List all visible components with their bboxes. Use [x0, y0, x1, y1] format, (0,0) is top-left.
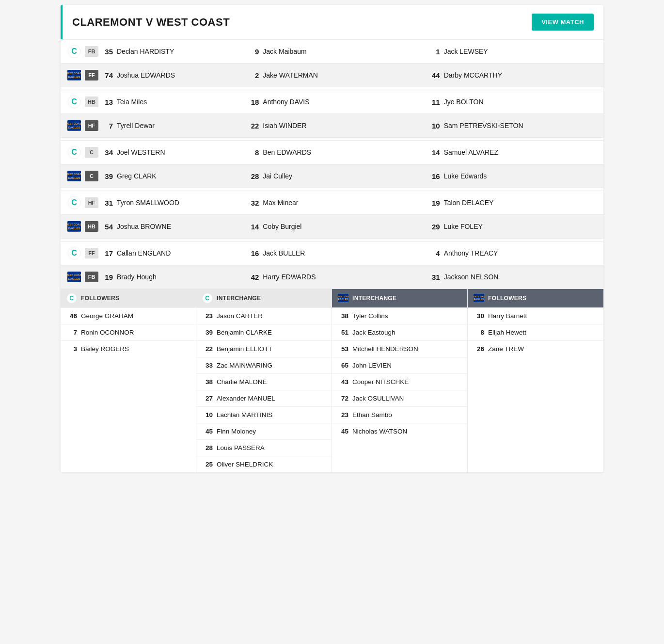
- player-number: 25: [202, 461, 213, 468]
- wce-logo: WEST COAST EAGLES: [338, 293, 348, 304]
- player-cell: WEST COAST EAGLES FF74Joshua EDWARDS: [61, 64, 241, 87]
- svg-text:C: C: [71, 249, 77, 257]
- player-number: 53: [338, 345, 348, 353]
- player-cell: 10Sam PETREVSKI-SETON: [423, 114, 603, 137]
- player-name: Benjamin CLARKE: [217, 329, 272, 336]
- svg-text:WEST COAST: WEST COAST: [67, 274, 81, 276]
- player-number: 16: [429, 172, 440, 180]
- player-number: 31: [102, 199, 113, 207]
- header: CLAREMONT V WEST COAST VIEW MATCH: [61, 5, 603, 39]
- bottom-col-4: WEST COAST EAGLES FOLLOWERS30Harry Barne…: [468, 289, 603, 472]
- list-item: 22Benjamin ELLIOTT: [196, 340, 332, 357]
- player-cell: 42Harry EDWARDS: [241, 265, 422, 289]
- player-cell: WEST COAST EAGLES HF7Tyrell Dewar: [61, 114, 241, 137]
- list-item: 25Oliver SHELDRICK: [196, 456, 332, 472]
- player-number: 32: [248, 199, 259, 207]
- player-number: 10: [202, 411, 213, 419]
- player-number: 28: [248, 172, 259, 180]
- player-name: John LEVIEN: [352, 362, 392, 369]
- player-name: Zane TREW: [488, 345, 524, 353]
- player-name: Zac MAINWARING: [217, 362, 272, 369]
- player-name: Lachlan MARTINIS: [217, 411, 272, 419]
- svg-text:EAGLES: EAGLES: [338, 299, 348, 301]
- col-header: WEST COAST EAGLES FOLLOWERS: [468, 289, 603, 307]
- player-number: 22: [202, 345, 213, 353]
- player-number: 14: [429, 148, 440, 157]
- player-name: Harry Barnett: [488, 312, 527, 320]
- svg-text:WEST COAST: WEST COAST: [67, 72, 81, 75]
- player-number: 17: [102, 249, 113, 258]
- player-cell: WEST COAST EAGLES C39Greg CLARK: [61, 164, 241, 188]
- player-name: Darby MCCARTHY: [444, 71, 502, 79]
- position-badge: FF: [85, 70, 98, 80]
- player-name: Joshua EDWARDS: [117, 71, 175, 79]
- player-name: Ronin OCONNOR: [81, 329, 134, 336]
- list-item: 23Ethan Sambo: [332, 406, 467, 423]
- player-name: Jai Culley: [263, 172, 292, 180]
- col-header: WEST COAST EAGLES INTERCHANGE: [332, 289, 467, 307]
- player-number: 14: [248, 223, 259, 231]
- player-number: 39: [102, 172, 113, 180]
- svg-text:EAGLES: EAGLES: [68, 75, 80, 79]
- player-name: Greg CLARK: [117, 172, 157, 180]
- list-item: 38Tyler Collins: [332, 307, 467, 324]
- player-name: Elijah Hewett: [488, 329, 526, 336]
- player-name: Brady Hough: [117, 273, 157, 281]
- players-section: C FB35Declan HARDISTY9Jack Maibaum1Jack …: [61, 39, 603, 289]
- player-row: C FB35Declan HARDISTY9Jack Maibaum1Jack …: [61, 39, 603, 63]
- player-name: Oliver SHELDRICK: [217, 461, 273, 468]
- list-item: 26Zane TREW: [468, 340, 603, 357]
- player-number: 13: [102, 98, 113, 106]
- view-match-button[interactable]: VIEW MATCH: [532, 14, 594, 31]
- player-name: Jack OSULLIVAN: [352, 395, 404, 402]
- col-header-label: INTERCHANGE: [352, 295, 396, 302]
- list-item: 72Jack OSULLIVAN: [332, 390, 467, 406]
- player-name: George GRAHAM: [81, 312, 133, 320]
- player-row: C HF31Tyron SMALLWOOD32Max Minear19Talon…: [61, 191, 603, 214]
- claremont-logo: C: [67, 95, 81, 109]
- page-container: CLAREMONT V WEST COAST VIEW MATCH C FB35…: [61, 5, 603, 472]
- player-number: 31: [429, 273, 440, 281]
- svg-text:WEST COAST: WEST COAST: [67, 173, 81, 176]
- svg-text:WEST COAST: WEST COAST: [474, 296, 484, 298]
- svg-text:EAGLES: EAGLES: [68, 277, 80, 280]
- player-name: Alexander MANUEL: [217, 395, 275, 402]
- player-cell: 31Jackson NELSON: [423, 265, 603, 289]
- player-number: 51: [338, 329, 348, 336]
- player-name: Tyron SMALLWOOD: [117, 199, 179, 207]
- list-item: 27Alexander MANUEL: [196, 390, 332, 406]
- player-number: 45: [338, 428, 348, 435]
- player-number: 38: [202, 378, 213, 386]
- player-name: Jack LEWSEY: [444, 48, 488, 55]
- player-number: 2: [248, 71, 259, 80]
- player-name: Teia Miles: [117, 98, 147, 106]
- player-name: Tyrell Dewar: [117, 122, 155, 129]
- player-cell: 28Jai Culley: [241, 164, 422, 188]
- player-row: WEST COAST EAGLES HF7Tyrell Dewar22Isiah…: [61, 113, 603, 137]
- player-number: 45: [202, 428, 213, 435]
- player-row: WEST COAST EAGLES FF74Joshua EDWARDS2Jak…: [61, 63, 603, 87]
- player-name: Jack Eastough: [352, 329, 395, 336]
- player-number: 42: [248, 273, 259, 281]
- player-name: Luke FOLEY: [444, 223, 483, 230]
- player-cell: 29Luke FOLEY: [423, 215, 603, 238]
- player-name: Anthony TREACY: [444, 249, 498, 257]
- player-number: 8: [474, 329, 484, 336]
- list-item: 23Jason CARTER: [196, 307, 332, 324]
- player-name: Benjamin ELLIOTT: [217, 345, 272, 353]
- position-badge: HF: [85, 197, 98, 208]
- player-name: Jye BOLTON: [444, 98, 484, 106]
- player-name: Louis PASSERA: [217, 444, 265, 451]
- player-cell: C HB13Teia Miles: [61, 90, 241, 113]
- player-cell: WEST COAST EAGLES HB54Joshua BROWNE: [61, 215, 241, 238]
- player-number: 26: [474, 345, 484, 353]
- col-header: C INTERCHANGE: [196, 289, 332, 307]
- player-cell: 14Samuel ALVAREZ: [423, 141, 603, 164]
- svg-text:EAGLES: EAGLES: [474, 299, 484, 301]
- player-number: 9: [248, 48, 259, 56]
- svg-text:WEST COAST: WEST COAST: [67, 122, 81, 125]
- svg-text:C: C: [71, 47, 77, 55]
- player-cell: 16Jack BULLER: [241, 242, 422, 265]
- player-row: WEST COAST EAGLES FB19Brady Hough42Harry…: [61, 265, 603, 289]
- player-cell: C FB35Declan HARDISTY: [61, 40, 241, 63]
